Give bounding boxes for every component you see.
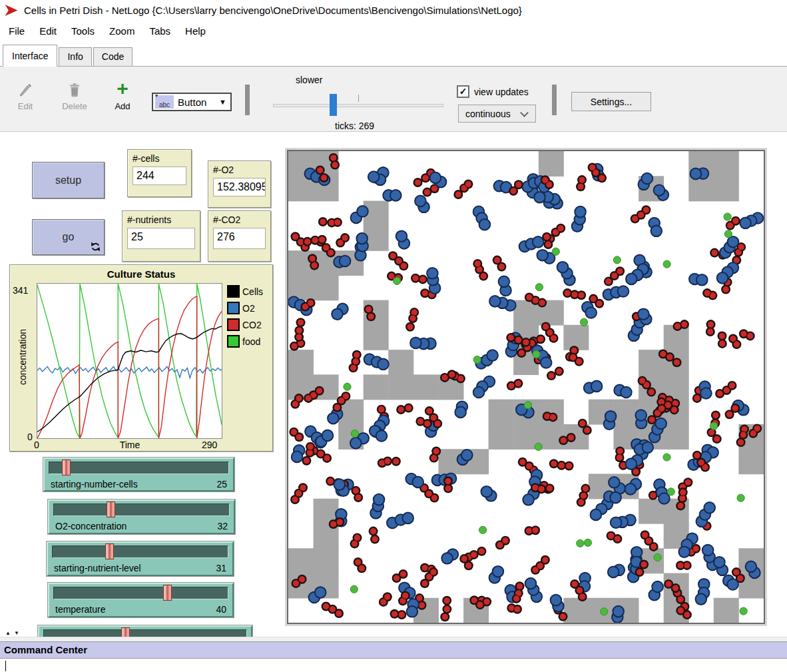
cell-blue[interactable] (441, 549, 458, 563)
slider-handle[interactable] (62, 460, 71, 476)
cell-blue[interactable] (551, 595, 564, 612)
cell-red[interactable] (576, 175, 587, 191)
cell-blue[interactable] (364, 354, 389, 370)
slider-handle[interactable] (163, 585, 172, 601)
tab-info[interactable]: Info (59, 47, 91, 66)
cell-blue[interactable] (489, 566, 504, 583)
cell-blue[interactable] (334, 256, 350, 268)
delete-button[interactable]: Delete (57, 81, 92, 111)
add-button[interactable]: + Add (109, 81, 136, 111)
slider-handle[interactable] (105, 543, 114, 559)
cell-blue[interactable] (689, 274, 708, 286)
cell-blue[interactable] (370, 494, 384, 519)
cell-blue[interactable] (608, 565, 625, 578)
cell-blue[interactable] (489, 296, 516, 311)
cell-red[interactable] (392, 569, 408, 583)
nutrient-dot[interactable] (479, 526, 487, 533)
cell-red[interactable] (525, 525, 541, 535)
cell-red[interactable] (615, 446, 625, 462)
cell-red[interactable] (289, 428, 304, 442)
cell-blue[interactable] (481, 486, 497, 502)
cell-red[interactable] (725, 404, 740, 419)
cell-blue[interactable] (410, 338, 436, 350)
tab-code[interactable]: Code (93, 47, 132, 66)
cell-red[interactable] (473, 259, 488, 281)
slider-temperature[interactable]: temperature 40 (48, 583, 234, 617)
cell-red[interactable] (440, 596, 451, 621)
culture-status-plot[interactable]: Culture Status 341 0 concentration 0 Tim… (9, 264, 273, 452)
nutrient-dot[interactable] (667, 488, 674, 496)
cell-red[interactable] (388, 251, 408, 270)
menu-edit[interactable]: Edit (32, 22, 64, 40)
nutrient-dot[interactable] (710, 422, 718, 430)
cell-red[interactable] (378, 456, 401, 468)
nutrient-dot[interactable] (473, 356, 481, 364)
cell-blue[interactable] (611, 515, 636, 529)
cell-red[interactable] (507, 379, 523, 391)
nutrient-dot[interactable] (577, 539, 584, 547)
menu-file[interactable]: File (1, 22, 32, 40)
cell-blue[interactable] (696, 502, 716, 527)
cell-red[interactable] (549, 459, 574, 470)
cell-red[interactable] (715, 381, 736, 398)
cell-red[interactable] (351, 486, 363, 502)
nutrient-dot[interactable] (394, 277, 401, 284)
cell-red[interactable] (322, 602, 344, 619)
cell-red[interactable] (509, 180, 523, 196)
cell-blue[interactable] (626, 264, 649, 284)
cell-red[interactable] (379, 592, 392, 607)
cell-blue[interactable] (356, 233, 368, 252)
speed-slider-handle[interactable] (330, 94, 337, 116)
cell-blue[interactable] (415, 196, 429, 213)
nutrient-dot[interactable] (740, 607, 747, 615)
cell-blue[interactable] (525, 578, 543, 602)
cell-blue[interactable] (634, 442, 653, 455)
cell-red[interactable] (453, 180, 473, 200)
cell-red[interactable] (631, 205, 651, 223)
cell-blue[interactable] (690, 168, 709, 179)
cell-blue[interactable] (572, 206, 586, 232)
cell-red[interactable] (739, 329, 755, 340)
cell-red[interactable] (507, 603, 522, 614)
command-center-resize-arrows[interactable]: ▲▼ (5, 630, 23, 636)
slider-track[interactable] (52, 545, 228, 558)
nutrient-dot[interactable] (654, 553, 661, 561)
cell-blue[interactable] (612, 606, 624, 623)
slider-starting-number-cells[interactable]: starting-number-cells 25 (43, 458, 234, 492)
cell-blue[interactable] (473, 376, 495, 398)
cell-red[interactable] (563, 288, 586, 300)
cell-red[interactable] (641, 530, 658, 551)
slider-track[interactable] (49, 462, 229, 474)
slider-track[interactable] (53, 587, 228, 599)
slider-handle[interactable] (107, 502, 115, 517)
cell-red[interactable] (702, 288, 717, 300)
nutrient-dot[interactable] (350, 585, 358, 593)
update-mode-dropdown[interactable]: continuous (458, 105, 536, 123)
cell-blue[interactable] (534, 191, 560, 204)
cell-blue[interactable] (717, 262, 738, 284)
cell-red[interactable] (706, 320, 716, 336)
cell-blue[interactable] (405, 474, 423, 488)
nutrient-dot[interactable] (601, 608, 608, 615)
cell-blue[interactable] (582, 302, 597, 318)
edit-button[interactable]: Edit (10, 81, 41, 111)
slider-starting-nutrient-level[interactable]: starting-nutrient-level 31 (47, 541, 234, 576)
cell-blue[interactable] (332, 304, 348, 320)
widget-type-dropdown[interactable]: ♥ abc Button ▼ (152, 93, 232, 111)
slider-track[interactable] (53, 504, 230, 516)
world-view[interactable] (287, 150, 765, 624)
menu-zoom[interactable]: Zoom (102, 22, 142, 40)
cell-red[interactable] (336, 233, 350, 247)
nutrient-dot[interactable] (613, 256, 621, 264)
nutrient-dot[interactable] (584, 539, 591, 546)
cell-red[interactable] (493, 256, 507, 272)
cell-red[interactable] (318, 217, 342, 227)
nutrient-dot[interactable] (724, 213, 731, 220)
menu-tools[interactable]: Tools (64, 22, 102, 40)
cell-red[interactable] (577, 484, 591, 507)
cell-red[interactable] (531, 483, 555, 494)
cell-blue[interactable] (740, 212, 763, 228)
settings-button[interactable]: Settings... (571, 92, 651, 111)
speed-slider[interactable] (273, 104, 443, 107)
cell-red[interactable] (547, 367, 564, 381)
